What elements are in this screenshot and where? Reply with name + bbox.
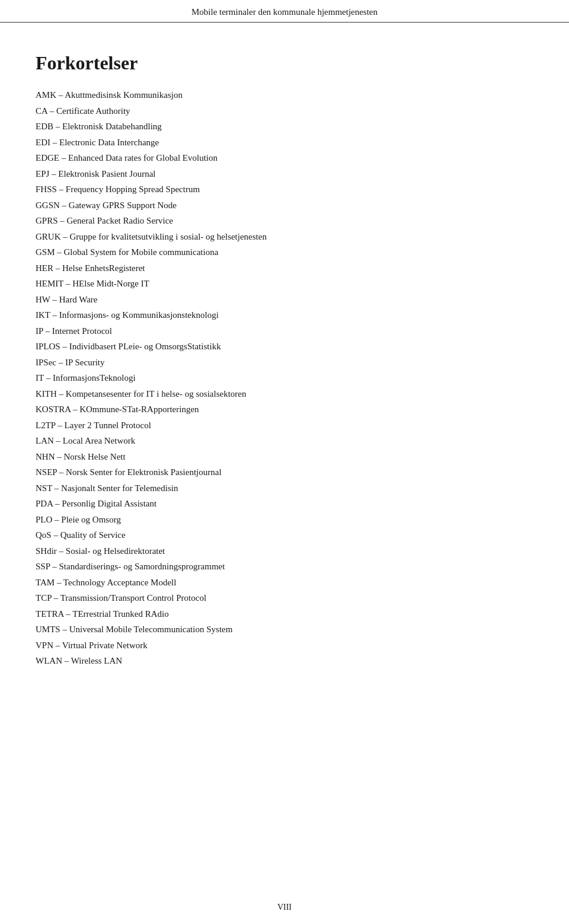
list-item: LAN – Local Area Network [36, 434, 533, 448]
list-item: TETRA – TErrestrial Trunked RAdio [36, 607, 533, 621]
list-item: NHN – Norsk Helse Nett [36, 450, 533, 464]
list-item: TCP – Transmission/Transport Control Pro… [36, 591, 533, 605]
list-item: HEMIT – HElse Midt-Norge IT [36, 277, 533, 291]
list-item: IKT – Informasjons- og Kommunikasjonstek… [36, 308, 533, 322]
list-item: GPRS – General Packet Radio Service [36, 214, 533, 228]
list-item: PDA – Personlig Digital Assistant [36, 497, 533, 511]
list-item: FHSS – Frequency Hopping Spread Spectrum [36, 183, 533, 196]
list-item: EDB – Elektronisk Databehandling [36, 120, 533, 133]
list-item: EDI – Electronic Data Interchange [36, 136, 533, 149]
abbreviations-list: AMK – Akuttmedisinsk KommunikasjonCA – C… [36, 88, 533, 668]
list-item: VPN – Virtual Private Network [36, 639, 533, 652]
list-item: GSM – Global System for Mobile communica… [36, 246, 533, 259]
list-item: SHdir – Sosial- og Helsedirektoratet [36, 544, 533, 558]
page-title: Forkortelser [36, 52, 533, 74]
list-item: NSEP – Norsk Senter for Elektronisk Pasi… [36, 466, 533, 479]
page-footer: VIII [0, 903, 569, 912]
list-item: TAM – Technology Acceptance Modell [36, 576, 533, 590]
list-item: KOSTRA – KOmmune-STat-RApporteringen [36, 403, 533, 416]
list-item: IT – InformasjonsTeknologi [36, 371, 533, 385]
page-header: Mobile terminaler den kommunale hjemmetj… [0, 0, 569, 23]
list-item: SSP – Standardiserings- og Samordningspr… [36, 560, 533, 573]
list-item: WLAN – Wireless LAN [36, 654, 533, 668]
list-item: GGSN – Gateway GPRS Support Node [36, 199, 533, 212]
list-item: IPSec – IP Security [36, 356, 533, 369]
list-item: AMK – Akuttmedisinsk Kommunikasjon [36, 88, 533, 102]
list-item: CA – Certificate Authority [36, 104, 533, 118]
list-item: GRUK – Gruppe for kvalitetsutvikling i s… [36, 230, 533, 244]
list-item: IP – Internet Protocol [36, 324, 533, 338]
list-item: PLO – Pleie og Omsorg [36, 513, 533, 527]
list-item: HW – Hard Ware [36, 293, 533, 307]
list-item: EPJ – Elektronisk Pasient Journal [36, 167, 533, 181]
list-item: KITH – Kompetansesenter for IT i helse- … [36, 387, 533, 401]
header-title: Mobile terminaler den kommunale hjemmetj… [191, 7, 378, 17]
list-item: UMTS – Universal Mobile Telecommunicatio… [36, 623, 533, 636]
list-item: NST – Nasjonalt Senter for Telemedisin [36, 482, 533, 495]
list-item: L2TP – Layer 2 Tunnel Protocol [36, 419, 533, 432]
list-item: IPLOS – Individbasert PLeie- og OmsorgsS… [36, 340, 533, 353]
list-item: HER – Helse EnhetsRegisteret [36, 262, 533, 275]
list-item: EDGE – Enhanced Data rates for Global Ev… [36, 151, 533, 165]
list-item: QoS – Quality of Service [36, 528, 533, 542]
